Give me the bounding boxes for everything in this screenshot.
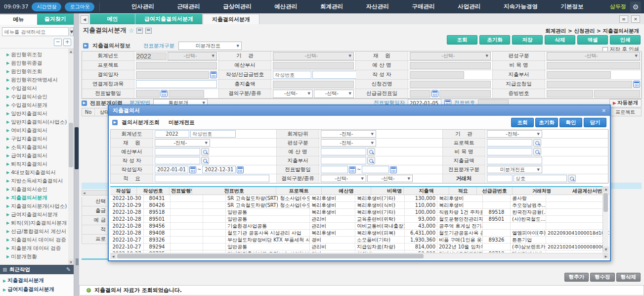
- menu-tree-item[interactable]: ▶ 지방소득세지출결의서: [6, 177, 74, 185]
- calendar-icon[interactable]: [237, 166, 244, 173]
- write-no-input[interactable]: [273, 71, 311, 79]
- grid-hscroll-fragment[interactable]: ◀: [82, 190, 109, 196]
- search-magnifier-icon[interactable]: [201, 148, 209, 155]
- menu-tree-item[interactable]: ▶ 수입결의서: [6, 84, 74, 93]
- search-magnifier-icon[interactable]: [367, 157, 375, 164]
- clear-recent-icon[interactable]: ✎: [66, 266, 71, 273]
- table-row[interactable]: 2022-10-28 89501 일반공통 관리비 교육훈련비(위탁) 93,0…: [110, 216, 609, 223]
- org-type-select[interactable]: -선택-▼: [547, 52, 640, 60]
- row-action-button[interactable]: 행수정: [590, 273, 615, 282]
- table-header-cell[interactable]: 예산명: [322, 187, 371, 195]
- fiscal-year-input[interactable]: [136, 52, 167, 60]
- advance-voucher-date-input[interactable]: [410, 90, 430, 98]
- total-amount-input[interactable]: [273, 81, 354, 88]
- menu-tree-item[interactable]: ▶ 지출결의서승인: [6, 185, 74, 194]
- content-tab[interactable]: 급여지출결의서분개: [135, 14, 203, 24]
- tab-scroll-left-button[interactable]: ◀: [81, 15, 88, 24]
- voucher-date-input[interactable]: [136, 90, 160, 98]
- modal-orgtype-select[interactable]: -전체-▼: [321, 139, 376, 147]
- toolbar-button[interactable]: 저장: [512, 35, 543, 45]
- content-tab[interactable]: 지출결의서분개: [203, 14, 259, 24]
- calendar-icon[interactable]: [431, 90, 438, 97]
- menu-tree-item[interactable]: ▶ 퇴직지출결의서: [6, 160, 74, 168]
- menu-tree-item[interactable]: ▶ 소득지출결의서: [6, 143, 74, 151]
- menu-tree-item[interactable]: ▶ 지출분개 데이터 검증: [6, 244, 74, 252]
- modal-horizontal-scrollbar[interactable]: ◀ ▶: [110, 253, 609, 259]
- search-magnifier-icon[interactable]: [568, 175, 576, 182]
- calendar-icon[interactable]: [390, 166, 397, 173]
- modal-divide-select[interactable]: 미분개전표▼: [487, 166, 542, 173]
- content-tab[interactable]: 메인: [90, 14, 135, 24]
- menu-tree-item[interactable]: ▶ 여비지출결의서: [6, 126, 74, 135]
- window-close-button[interactable]: ✕: [631, 15, 640, 23]
- menu-tree-item[interactable]: ▶ 원인행위조회: [6, 67, 74, 76]
- menu-tree-item[interactable]: ▶ 일반지출결의서: [6, 109, 74, 118]
- modal-vendor-code-input[interactable]: [487, 175, 513, 182]
- collapse-all-button[interactable]: −: [54, 39, 62, 46]
- expand-all-button[interactable]: +: [63, 39, 71, 46]
- table-row[interactable]: 2022-10-29 80426 SR 고속철도차량(SRT) 청소사업(수도권…: [110, 202, 609, 209]
- recent-job-item[interactable]: ▶ 급여지출결의서분개: [3, 285, 74, 294]
- table-row[interactable]: 2022-10-28 89408 철도기관 공동사옥 시설관리 사업 복리후생비…: [110, 230, 609, 237]
- scroll-left-icon[interactable]: ◀: [110, 253, 116, 259]
- modal-close-icon[interactable]: ✕: [602, 108, 606, 113]
- scroll-thumb[interactable]: [69, 123, 73, 167]
- calendar-icon[interactable]: [161, 90, 168, 97]
- modal-toolbar-button[interactable]: 확인: [559, 118, 582, 127]
- table-header-cell[interactable]: 적요: [449, 187, 477, 195]
- toolbar-button[interactable]: 초기화: [479, 35, 510, 45]
- table-row[interactable]: 2022-10-28 89518 일반공통 복리후생비 복리후생비(기타) 10…: [110, 209, 609, 216]
- calendar-icon[interactable]: [633, 81, 640, 88]
- menu-tree-item[interactable]: ▶ 미분개현황: [6, 252, 74, 261]
- budget-dept-input[interactable]: [273, 62, 354, 69]
- search-magnifier-icon[interactable]: [533, 139, 541, 147]
- menu-tree-item[interactable]: ▶ 원인행위종결: [6, 59, 74, 67]
- top-menu-item[interactable]: 인사관리: [131, 3, 154, 10]
- modal-budget-name-input[interactable]: [321, 148, 366, 155]
- menu-tree-item[interactable]: ▶ 수입결의서분개: [6, 101, 74, 109]
- modal-unit-select[interactable]: -전체-▼: [321, 130, 376, 138]
- scroll-down-icon[interactable]: ▼: [603, 247, 609, 252]
- table-header-cell[interactable]: 작성일: [110, 187, 137, 195]
- request-name-input[interactable]: [410, 81, 491, 88]
- menu-tree-item[interactable]: ▶ 4대보험지출결의서: [6, 168, 74, 177]
- top-menu-item[interactable]: 자산관리: [366, 3, 389, 10]
- table-header-cell[interactable]: 선급금번호: [477, 187, 513, 195]
- modal-decision-type-select[interactable]: -선택-▼: [321, 175, 366, 182]
- modal-vendor-name-input[interactable]: [514, 175, 567, 182]
- fund-select[interactable]: -선택-▼: [410, 52, 491, 60]
- row-action-button[interactable]: 행삭제: [616, 273, 641, 282]
- modal-budget-dept-input[interactable]: [155, 148, 200, 155]
- top-menu-item[interactable]: 지속가능경영: [504, 3, 538, 10]
- table-row[interactable]: 2022-10-27 88725 정비단건축시설물 유지보수 사업(부산) 경비…: [110, 250, 609, 252]
- project-input[interactable]: [136, 62, 217, 69]
- table-row[interactable]: 2022-10-28 89456 기술환경사업공통 관리비 여비교통비(국내출장…: [110, 223, 609, 230]
- sidebar-collapse-handle[interactable]: [75, 127, 79, 169]
- top-menu-item[interactable]: 구매관리: [412, 3, 434, 10]
- top-menu-item[interactable]: 회계관리: [320, 3, 343, 10]
- modal-decision-kind-select[interactable]: -선택-▼: [367, 175, 413, 182]
- menu-tree-item[interactable]: ▶ 수입결의서승인: [6, 93, 74, 101]
- top-menu-item[interactable]: 예산관리: [274, 3, 297, 10]
- modal-agency-select[interactable]: -전체-▼: [487, 130, 542, 138]
- sidebar-tab-favorites[interactable]: 즐겨찾기: [37, 13, 74, 25]
- fiscal-year-select[interactable]: -선택-▼: [168, 52, 217, 60]
- voucher-divide-select[interactable]: 미분개전표▼: [178, 42, 242, 50]
- menu-search-input[interactable]: [2, 27, 69, 36]
- agency-select[interactable]: -선택-▼: [273, 52, 354, 60]
- modal-voucher-to-input[interactable]: [362, 166, 389, 173]
- table-row[interactable]: 2022-10-30 80431 SR 고속철도차량(SRT) 청소사업(수도권…: [110, 195, 609, 202]
- scroll-up-icon[interactable]: ▲: [603, 186, 609, 192]
- toolbar-button[interactable]: 액셀: [577, 35, 608, 45]
- table-header-cell[interactable]: 전표번호: [192, 187, 276, 195]
- menu-tree-item[interactable]: ▶ 지출결의서분개(사업소): [6, 202, 74, 210]
- modal-project-input[interactable]: [487, 139, 532, 147]
- menu-tree-item[interactable]: ▶ 원인행위조정: [6, 50, 74, 59]
- extend-session-button[interactable]: 시간연장: [32, 2, 61, 11]
- search-magnifier-icon[interactable]: [201, 157, 209, 164]
- modal-spend-dept-input[interactable]: [321, 157, 366, 164]
- search-magnifier-icon[interactable]: [367, 148, 375, 155]
- table-header-cell[interactable]: 작성번호: [137, 187, 170, 195]
- menu-tree-item[interactable]: ▶ 지출결의서분개: [6, 194, 74, 202]
- evidence-no-input[interactable]: [547, 90, 593, 98]
